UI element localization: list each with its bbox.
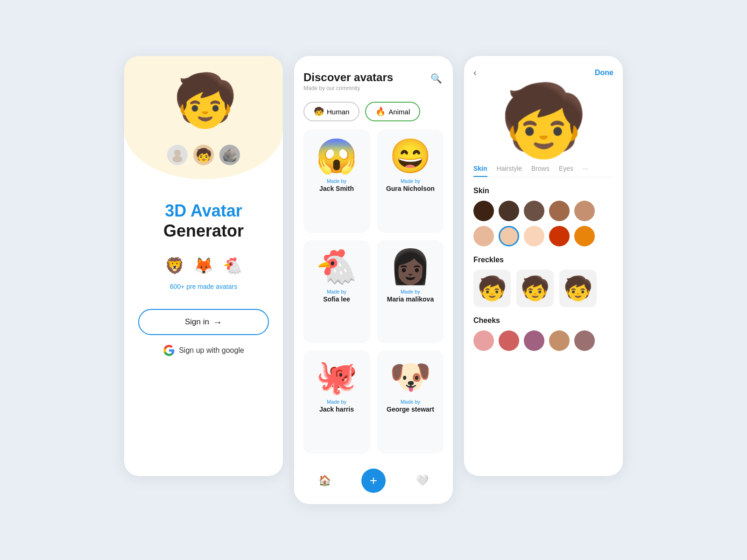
cheek-color-2[interactable]: [499, 330, 519, 351]
avatar-card-6[interactable]: 🐶 Made by George stewart: [377, 350, 444, 454]
freckle-option-2[interactable]: 🧒: [516, 270, 554, 307]
home-icon[interactable]: 🏠: [318, 475, 331, 487]
svg-point-0: [174, 149, 181, 156]
tab-more[interactable]: ···: [583, 165, 588, 177]
skin-color-10[interactable]: [574, 226, 595, 246]
freckle-option-3[interactable]: 🧒: [559, 270, 597, 307]
thumbnail-2[interactable]: 🧒: [193, 145, 214, 165]
human-label: Human: [327, 108, 349, 116]
cheek-color-4[interactable]: [549, 330, 570, 351]
animal-thumb-3[interactable]: 🐔: [221, 254, 244, 277]
cheek-color-3[interactable]: [524, 330, 544, 351]
tab-skin[interactable]: Skin: [473, 165, 487, 177]
avatar-face-4: 👩🏿: [389, 250, 431, 283]
made-by-label-2: Made by: [401, 178, 420, 184]
cheeks-color-row: [473, 330, 613, 351]
avatar-card-4[interactable]: 👩🏿 Made by Maria malikova: [377, 240, 444, 343]
skin-color-5[interactable]: [574, 201, 595, 221]
filter-tabs: 🧒 Human 🔥 Animal: [303, 102, 444, 121]
discover-title: Discover avatars: [303, 71, 393, 84]
animal-thumb-1[interactable]: 🦁: [163, 254, 186, 277]
skin-color-3[interactable]: [524, 201, 544, 221]
skin-label: Skin: [473, 187, 613, 195]
avatar-card-3[interactable]: 🐔 Made by Sofia lee: [303, 240, 370, 343]
made-by-label-5: Made by: [327, 399, 346, 405]
avatar-face-2: 😄: [389, 139, 431, 173]
made-by-label-6: Made by: [401, 399, 420, 405]
animal-emoji: 🔥: [375, 106, 386, 117]
made-by-name-1: Jack Smith: [319, 185, 354, 192]
animal-thumb-2[interactable]: 🦊: [192, 254, 215, 277]
made-by-name-6: George stewart: [387, 406, 434, 413]
animal-label: Animal: [388, 108, 410, 116]
title-generator: Generator: [163, 221, 244, 240]
favorites-icon[interactable]: 🤍: [416, 475, 429, 487]
made-by-name-3: Sofia lee: [323, 295, 350, 303]
skin-color-8[interactable]: [524, 226, 544, 246]
avatar-card-1[interactable]: 😱 Made by Jack Smith: [303, 130, 370, 233]
made-by-label-1: Made by: [327, 178, 346, 184]
customization-tabs: Skin Hairstyle Brows Eyes ···: [473, 165, 613, 177]
freckle-option-1[interactable]: 🧒: [473, 270, 511, 307]
skin-color-row: [473, 201, 613, 246]
app-title: 3D Avatar Generator: [163, 201, 244, 241]
google-icon: [163, 344, 175, 357]
screen3-header: ‹ Done: [473, 67, 613, 78]
back-button[interactable]: ‹: [473, 67, 477, 78]
google-signup-button[interactable]: Sign up with google: [163, 344, 244, 357]
tab-brows[interactable]: Brows: [531, 165, 550, 177]
skin-color-9[interactable]: [549, 226, 570, 246]
arrow-icon: →: [213, 317, 222, 328]
cheeks-label: Cheeks: [473, 316, 613, 325]
made-by-name-4: Maria malikova: [387, 295, 434, 303]
screen-onboarding: 🧒 🧒 🪨 3D Avatar Generator 🦁 🦊 🐔 600+: [124, 56, 283, 476]
sign-in-label: Sign in: [185, 317, 209, 327]
animal-row: 🦁 🦊 🐔: [163, 254, 244, 277]
avatar-face-1: 😱: [316, 139, 358, 173]
skin-color-2[interactable]: [499, 201, 519, 221]
human-emoji: 🧒: [314, 106, 324, 117]
freckles-label: Freckles: [473, 256, 613, 264]
tab-human[interactable]: 🧒 Human: [303, 102, 359, 121]
pre-made-count: 600+ pre made avatars: [170, 283, 237, 290]
add-icon: +: [370, 473, 377, 488]
avatar-face-5: 🐙: [316, 360, 358, 393]
avatar-face-6: 🐶: [389, 360, 431, 393]
skin-color-6[interactable]: [473, 226, 494, 246]
made-by-name-5: Jack harris: [319, 406, 354, 413]
tab-hairstyle[interactable]: Hairstyle: [497, 165, 522, 177]
preview-avatar: 🧒: [473, 85, 613, 155]
skin-color-1[interactable]: [473, 201, 494, 221]
avatars-grid: 😱 Made by Jack Smith 😄 Made by Gura Nich…: [303, 130, 444, 454]
thumbnail-3[interactable]: 🪨: [219, 145, 240, 165]
avatar-thumbnails: 🧒 🪨: [167, 145, 240, 165]
done-button[interactable]: Done: [595, 69, 613, 77]
svg-point-1: [172, 156, 182, 162]
cheek-color-5[interactable]: [574, 330, 595, 351]
skin-color-4[interactable]: [549, 201, 570, 221]
freckles-options: 🧒 🧒 🧒: [473, 270, 613, 307]
skin-color-7[interactable]: [499, 226, 519, 246]
google-signup-label: Sign up with google: [179, 346, 244, 355]
made-by-label-4: Made by: [401, 289, 420, 294]
discover-subtitle: Made by our commnity: [303, 85, 393, 91]
cheek-color-1[interactable]: [473, 330, 494, 351]
avatar-card-5[interactable]: 🐙 Made by Jack harris: [303, 350, 370, 454]
tab-eyes[interactable]: Eyes: [559, 165, 573, 177]
discover-title-group: Discover avatars Made by our commnity: [303, 71, 393, 91]
avatar-card-2[interactable]: 😄 Made by Gura Nicholson: [377, 130, 444, 233]
made-by-label-3: Made by: [327, 289, 346, 294]
add-button[interactable]: +: [361, 469, 386, 493]
thumbnail-1[interactable]: [167, 145, 188, 165]
search-button[interactable]: 🔍: [429, 71, 444, 86]
screens-container: 🧒 🧒 🪨 3D Avatar Generator 🦁 🦊 🐔 600+: [124, 56, 623, 504]
made-by-name-2: Gura Nicholson: [386, 185, 435, 192]
sign-in-button[interactable]: Sign in →: [138, 309, 269, 335]
avatar-face-3: 🐔: [316, 250, 358, 283]
screen-discover: Discover avatars Made by our commnity 🔍 …: [294, 56, 453, 504]
title-3d-avatar: 3D Avatar: [165, 201, 242, 220]
screen-customize: ‹ Done 🧒 Skin Hairstyle Brows Eyes ··· S…: [464, 56, 623, 476]
discover-header: Discover avatars Made by our commnity 🔍: [303, 71, 444, 91]
tab-animal[interactable]: 🔥 Animal: [365, 102, 420, 121]
hero-background: 🧒 🧒 🪨: [124, 56, 283, 179]
